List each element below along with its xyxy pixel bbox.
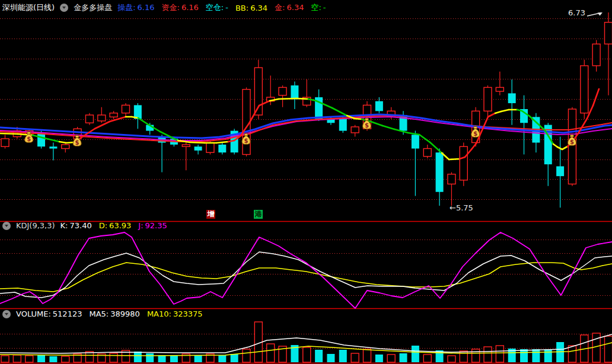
candle-body-up: [206, 143, 214, 153]
candle-body-down: [49, 146, 57, 148]
volume-bar-up: [387, 355, 395, 362]
candle-body-down: [339, 119, 347, 131]
candle-body-up: [1, 139, 9, 146]
candle-body-down: [291, 85, 298, 99]
volume-bar-down: [375, 355, 383, 362]
candle-body-up: [581, 66, 588, 113]
volume-bar-up: [472, 349, 480, 362]
candle-body-up: [484, 87, 492, 111]
volume-bar-down: [544, 349, 552, 362]
volume-bar-up: [568, 346, 576, 362]
candle-body-up: [182, 145, 190, 146]
stock-title: 深圳能源(日线): [2, 2, 55, 13]
volume-bar-up: [62, 356, 69, 362]
candle-body-up: [98, 115, 106, 121]
volume-bar-down: [158, 355, 166, 362]
volume-ma5-value: MA5:389980: [89, 309, 141, 318]
caopan-line-segment: [501, 110, 509, 111]
volume-bar-down: [520, 349, 528, 362]
candle-body-down: [556, 167, 564, 177]
caopan-line-segment: [430, 142, 442, 153]
candle-body-up: [279, 87, 286, 95]
caopan-line-segment: [557, 147, 562, 149]
svg-text:$: $: [244, 138, 248, 144]
volume-bar-down: [327, 354, 334, 362]
candle-body-up: [351, 127, 359, 133]
field-jin: 金:6.34: [275, 2, 305, 13]
field-zijin: 资金:6.16: [162, 2, 200, 13]
caopan-line-segment: [488, 113, 495, 117]
volume-bar-up: [460, 351, 467, 362]
candle-body-up: [460, 146, 467, 180]
kdj-d-value: D:63.93: [99, 221, 133, 230]
volume-bar-down: [315, 350, 323, 362]
candle-body-down: [436, 152, 444, 192]
caopan-line-segment: [59, 142, 66, 143]
indicator-name: 金多多操盘: [74, 2, 112, 13]
volume-bar-up: [303, 347, 311, 362]
volume-bar-up: [605, 336, 612, 362]
volume-bar-down: [412, 346, 419, 362]
trading-app-window: $$$$$$ 深圳能源(日线) 金多多操盘 操盘:6.16 资金:6.16 空仓…: [0, 0, 612, 364]
volume-bar-down: [231, 354, 238, 362]
candle-body-up: [85, 115, 93, 123]
volume-bar-up: [26, 356, 33, 362]
low-price-label: ←5.75: [450, 203, 473, 212]
volume-bar-up: [13, 355, 21, 362]
kdj-k-line: [0, 252, 612, 298]
collapse-main-icon[interactable]: [60, 4, 68, 12]
volume-bar-up: [496, 346, 503, 362]
candle-body-down: [412, 135, 419, 148]
candle-body-up: [448, 174, 455, 184]
marker-gang[interactable]: 港: [254, 210, 263, 219]
volume-bar-up: [423, 355, 431, 362]
top-header: 深圳能源(日线) 金多多操盘 操盘:6.16 资金:6.16 空仓:- BB:6…: [0, 2, 328, 13]
field-caopan: 操盘:6.16: [117, 2, 156, 13]
volume-bar-up: [351, 353, 359, 362]
kdj-d-line: [0, 263, 612, 292]
svg-text:$: $: [473, 130, 477, 137]
caopan-line-segment: [578, 119, 587, 133]
collapse-volume-icon[interactable]: [2, 310, 11, 318]
caopan-line-segment: [371, 122, 383, 126]
marker-zeng[interactable]: 增: [206, 210, 215, 219]
caopan-line-segment: [419, 135, 430, 142]
volume-ma10-value: MA10:323375: [147, 309, 205, 318]
kdj-title: KDJ(9,3,3): [16, 221, 55, 230]
candle-body-down: [195, 146, 202, 151]
volume-bar-up: [364, 349, 371, 362]
kdj-j-value: J:92.35: [138, 221, 168, 230]
caopan-line-segment: [449, 159, 460, 159]
collapse-kdj-icon[interactable]: [2, 222, 11, 230]
kdj-header: KDJ(9,3,3) K:73.40 D:63.93 J:92.35: [0, 221, 169, 230]
volume-bar-down: [532, 349, 540, 362]
caopan-line-segment: [95, 122, 110, 129]
volume-bar-up: [1, 356, 9, 362]
volume-bar-down: [134, 352, 142, 362]
volume-bar-down: [146, 353, 154, 362]
caopan-line-segment: [279, 98, 297, 99]
caopan-line-segment: [593, 89, 599, 106]
caopan-line-segment: [216, 142, 228, 143]
caopan-line-segment: [483, 117, 488, 127]
volume-bar-down: [37, 355, 45, 362]
candle-body-down: [37, 133, 45, 146]
caopan-line-segment: [332, 108, 347, 116]
candle-body-up: [496, 87, 503, 91]
caopan-line-segment: [355, 119, 362, 119]
candle-body-up: [122, 105, 130, 113]
svg-text:$: $: [570, 139, 574, 145]
kdj-k-value: K:73.40: [60, 221, 94, 230]
volume-header: VOLUME:512123 MA5:389980 MA10:323375: [0, 309, 205, 318]
candle-body-down: [508, 93, 516, 103]
volume-bar-down: [49, 356, 57, 362]
candle-body-down: [375, 101, 383, 111]
caopan-line-segment: [383, 126, 394, 129]
volume-bar-down: [195, 356, 202, 362]
candle-body-up: [110, 113, 117, 117]
high-arrowhead: [598, 12, 603, 16]
volume-bar-up: [243, 349, 250, 362]
field-bb: BB:6.34: [235, 4, 269, 12]
candle-body-down: [218, 145, 226, 152]
caopan-line-segment: [110, 117, 126, 122]
